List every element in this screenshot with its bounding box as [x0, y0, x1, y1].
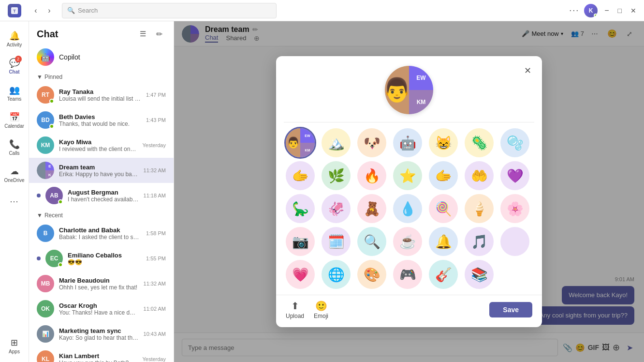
chat-item-dreamteam[interactable]: E K Dream team Erika: Happy to have you …	[29, 158, 174, 183]
nav-back[interactable]: ‹	[29, 4, 43, 17]
sidebar-item-more[interactable]: ···	[3, 189, 26, 214]
chat-item-ray[interactable]: RT Ray Tanaka Louisa will send the initi…	[29, 82, 174, 107]
copilot-name: Copilot	[59, 53, 80, 61]
emoji-option-21[interactable]: 📷	[286, 227, 315, 256]
chat-list-title: Chat	[37, 29, 58, 40]
chat-avatar-kian: KL	[37, 350, 54, 362]
chat-info-marie: Marie Beaudouin Ohhh I see, yes let me f…	[59, 277, 139, 291]
sidebar-item-apps[interactable]: ⊞ Apps	[3, 333, 26, 358]
pinned-section-label[interactable]: ▼ Pinned	[29, 70, 174, 82]
emoji-option-33[interactable]: 📚	[465, 260, 494, 289]
emoji-option-18[interactable]: 🍭	[429, 194, 458, 223]
upload-action[interactable]: ⬆ Upload	[286, 300, 304, 319]
modal-close-button[interactable]: ✕	[521, 64, 534, 77]
emoji-option-25[interactable]: 🔔	[429, 227, 458, 256]
emoji-option-2[interactable]: 🐶	[357, 128, 386, 157]
copilot-item[interactable]: 🤖 Copilot	[29, 45, 174, 70]
emoji-option-31[interactable]: 🎮	[393, 260, 422, 289]
emoji-option-6[interactable]: 🫧	[500, 128, 529, 157]
save-button[interactable]: Save	[489, 302, 532, 317]
chat-preview-charlotte: Babak: I asked the client to send...	[59, 234, 141, 241]
emoji-option-4[interactable]: 😸	[429, 128, 458, 157]
chat-item-charlotte[interactable]: B Charlotte and Babak Babak: I asked the…	[29, 221, 174, 246]
new-chat-button[interactable]: ✏	[152, 27, 166, 41]
minimize-button[interactable]: −	[602, 6, 611, 15]
emoji-option-11[interactable]: 🫱	[429, 161, 458, 190]
recent-section-label[interactable]: ▼ Recent	[29, 208, 174, 221]
more-options-btn[interactable]: ···	[569, 5, 579, 15]
emoji-option-12[interactable]: 🤲	[465, 161, 494, 190]
emoji-option-5[interactable]: 🦠	[465, 128, 494, 157]
emoji-option-3[interactable]: 🤖	[393, 128, 422, 157]
chat-item-beth[interactable]: BD Beth Davies Thanks, that would be nic…	[29, 107, 174, 133]
emoji-option-26[interactable]: 🎵	[465, 227, 494, 256]
chat-preview-beth: Thanks, that would be nice.	[59, 121, 141, 127]
online-indicator-emiliano	[58, 262, 63, 267]
sidebar-item-calls[interactable]: 📞 Calls	[3, 135, 26, 160]
calls-icon: 📞	[9, 139, 20, 150]
chat-info-beth: Beth Davies Thanks, that would be nice.	[59, 113, 141, 127]
emoji-option-9[interactable]: 🔥	[357, 161, 386, 190]
emoji-option-0[interactable]: 👨 EW KM	[286, 128, 315, 157]
chat-time-emiliano: 1:55 PM	[146, 256, 166, 261]
filter-button[interactable]: ☰	[136, 27, 149, 41]
emoji-option-13[interactable]: 💜	[500, 161, 529, 190]
emoji-option-14[interactable]: 🦕	[286, 194, 315, 223]
emoji-option-15[interactable]: 🦑	[322, 194, 351, 223]
chat-info-marketing: Marketing team sync Kayo: So glad to hea…	[59, 327, 139, 341]
onedrive-icon: ☁	[10, 166, 19, 177]
chat-preview-ray: Louisa will send the initial list of...	[59, 95, 141, 102]
emoji-option-24[interactable]: ☕	[393, 227, 422, 256]
chat-item-emiliano[interactable]: EC Emiliano Ceballos 😎😎 1:55 PM	[29, 246, 174, 271]
upload-label: Upload	[286, 313, 304, 319]
emoji-option-17[interactable]: 💧	[393, 194, 422, 223]
nav-forward[interactable]: ›	[43, 4, 56, 17]
online-indicator-august	[58, 199, 63, 204]
chat-preview-emiliano: 😎😎	[68, 259, 141, 266]
emoji-option-22[interactable]: 🗓️	[322, 227, 351, 256]
emoji-option-32[interactable]: 🎸	[429, 260, 458, 289]
user-avatar[interactable]: K	[584, 4, 598, 17]
chat-info-ray: Ray Tanaka Louisa will send the initial …	[59, 88, 141, 102]
emoji-option-30[interactable]: 🎨	[357, 260, 386, 289]
emoji-option-27[interactable]	[500, 227, 529, 256]
emoji-option-8[interactable]: 🌿	[322, 161, 351, 190]
chat-item-august[interactable]: AB August Bergman I haven't checked avai…	[29, 183, 174, 208]
close-button[interactable]: ✕	[629, 7, 638, 15]
teams-icon: 👥	[9, 85, 20, 95]
sidebar: 🔔 Activity 💬2 Chat 👥 Teams 📅 Calendar 📞 …	[0, 21, 29, 362]
online-indicator-beth	[49, 124, 54, 129]
chat-preview-august: I haven't checked available tim...	[68, 196, 139, 203]
emoji-option-16[interactable]: 🧸	[357, 194, 386, 223]
emoji-action[interactable]: 🙂 Emoji	[314, 300, 328, 319]
sidebar-item-onedrive[interactable]: ☁ OneDrive	[3, 162, 26, 187]
emoji-option-20[interactable]: 🌸	[500, 194, 529, 223]
sidebar-item-chat[interactable]: 💬2 Chat	[3, 53, 26, 78]
emoji-option-7[interactable]: 🫱	[286, 161, 315, 190]
emoji-option-28[interactable]: 💗	[286, 260, 315, 289]
emoji-option-19[interactable]: 🍦	[465, 194, 494, 223]
search-box[interactable]: 🔍 Search	[62, 3, 277, 18]
chat-list-header: Chat ☰ ✏	[29, 21, 174, 45]
emoji-option-23[interactable]: 🔍	[357, 227, 386, 256]
sidebar-item-teams[interactable]: 👥 Teams	[3, 80, 26, 106]
chat-item-oscar[interactable]: OK Oscar Krogh You: Thanks! Have a nice …	[29, 296, 174, 321]
sidebar-item-activity[interactable]: 🔔 Activity	[3, 26, 26, 51]
chat-avatar-kayo: KM	[37, 136, 54, 154]
modal-overlay[interactable]: 👨 EW KM ✕	[174, 21, 644, 362]
chat-info-kian: Kian Lambert Have you run this by Beth? …	[59, 352, 137, 362]
chat-item-marketing[interactable]: 📊 Marketing team sync Kayo: So glad to h…	[29, 321, 174, 347]
sidebar-item-calendar[interactable]: 📅 Calendar	[3, 107, 26, 133]
chat-avatar-charlotte: B	[37, 225, 54, 242]
emoji-option-29[interactable]: 🌐	[322, 260, 351, 289]
emoji-option-1[interactable]: 🏔️	[322, 128, 351, 157]
maximize-button[interactable]: □	[616, 7, 624, 15]
chat-name-kian: Kian Lambert	[59, 352, 137, 360]
onedrive-label: OneDrive	[4, 178, 24, 183]
chat-item-kian[interactable]: KL Kian Lambert Have you run this by Bet…	[29, 347, 174, 362]
chat-info-dreamteam: Dream team Erika: Happy to have you back…	[59, 164, 139, 178]
chat-item-kayo[interactable]: KM Kayo Miwa I reviewed with the client …	[29, 133, 174, 158]
emoji-option-10[interactable]: ⭐	[393, 161, 422, 190]
chat-item-marie[interactable]: MB Marie Beaudouin Ohhh I see, yes let m…	[29, 271, 174, 296]
chat-time-kayo: Yesterday	[142, 142, 166, 148]
